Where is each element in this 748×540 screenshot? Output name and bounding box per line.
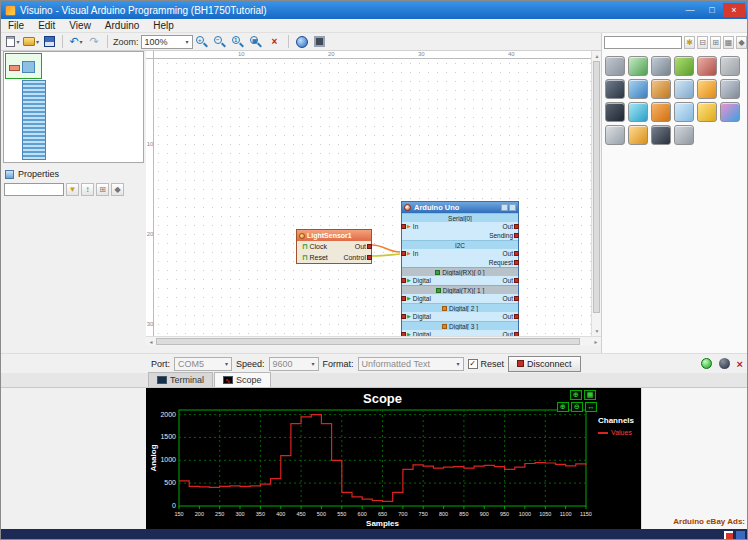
vertical-scroll-thumb[interactable] bbox=[593, 61, 600, 313]
toolbox-binary-block-icon[interactable] bbox=[628, 125, 648, 145]
stop-connection-icon[interactable] bbox=[719, 358, 730, 369]
output-pin-connector[interactable] bbox=[514, 314, 519, 319]
output-pin-connector[interactable] bbox=[514, 260, 519, 265]
disconnect-button[interactable]: Disconnect bbox=[508, 356, 581, 372]
menu-view[interactable]: View bbox=[62, 20, 98, 31]
toolbox-cyan-sensor-block-icon[interactable] bbox=[628, 102, 648, 122]
scope-zoom-in-icon[interactable]: ⊕ bbox=[570, 390, 582, 400]
close-connection-icon[interactable]: × bbox=[737, 358, 743, 370]
close-button[interactable]: × bbox=[723, 3, 745, 17]
output-pin-connector[interactable] bbox=[367, 244, 372, 249]
dropdown-arrow-icon[interactable]: ▾ bbox=[36, 38, 39, 45]
view-mode-icon[interactable]: ▦ bbox=[723, 36, 734, 49]
pin-panel-icon[interactable]: ◆ bbox=[111, 183, 124, 196]
menu-arduino[interactable]: Arduino bbox=[98, 20, 146, 31]
toolbox-dark-module-block-icon[interactable] bbox=[605, 102, 625, 122]
output-pin-connector[interactable] bbox=[367, 255, 372, 260]
menu-file[interactable]: File bbox=[1, 20, 31, 31]
component-header-icon[interactable] bbox=[509, 204, 516, 211]
toolbox-sliders-block-icon[interactable] bbox=[605, 125, 625, 145]
component-header[interactable]: LightSensor1 bbox=[297, 230, 371, 241]
input-pin-connector[interactable] bbox=[401, 332, 406, 336]
filter-icon[interactable]: ▼ bbox=[66, 183, 79, 196]
output-pin-connector[interactable] bbox=[514, 296, 519, 301]
toolbox-orange-sensor-block-icon[interactable] bbox=[651, 102, 671, 122]
menu-edit[interactable]: Edit bbox=[31, 20, 62, 31]
toolbox-misc-block-icon[interactable] bbox=[674, 125, 694, 145]
dropdown-arrow-icon[interactable]: ▾ bbox=[16, 38, 19, 45]
pin-toolbox-icon[interactable]: ◆ bbox=[736, 36, 747, 49]
dropdown-arrow-icon[interactable]: ▾ bbox=[80, 38, 83, 45]
toolbox-red-math-block-icon[interactable] bbox=[697, 56, 717, 76]
toolbox-gray-logic-block-icon[interactable] bbox=[720, 56, 740, 76]
scope-zoom-fit-icon[interactable]: ↔ bbox=[585, 402, 597, 412]
taskbar-tray-icon[interactable] bbox=[736, 531, 745, 539]
zoom-fit-button[interactable]: ▣ bbox=[249, 35, 265, 49]
new-project-button[interactable]: ▾ bbox=[5, 34, 21, 50]
port-select[interactable]: COM5▾ bbox=[174, 357, 232, 371]
toolbox-orange-chip-block-icon[interactable] bbox=[651, 79, 671, 99]
component-header-icon[interactable] bbox=[501, 204, 508, 211]
wire-control-to-i2c-in[interactable] bbox=[372, 254, 400, 256]
save-button[interactable] bbox=[41, 34, 57, 50]
zoom-reset-button[interactable]: 1 bbox=[231, 35, 247, 49]
reset-checkbox[interactable]: ✓Reset bbox=[468, 359, 505, 369]
expand-categories-icon[interactable]: ⊞ bbox=[96, 183, 109, 196]
collapse-all-icon[interactable]: ⊟ bbox=[697, 36, 708, 49]
title-bar[interactable]: Visuino - Visual Arduino Programming (BH… bbox=[1, 1, 748, 19]
horizontal-scrollbar[interactable]: ◄ ► bbox=[146, 336, 601, 346]
diagram-navigator[interactable] bbox=[3, 51, 144, 163]
horizontal-scroll-thumb[interactable] bbox=[156, 338, 580, 345]
open-project-button[interactable]: ▾ bbox=[23, 34, 39, 50]
expand-all-icon[interactable]: ⊞ bbox=[710, 36, 721, 49]
scope-zoom-out-icon[interactable]: ⊖ bbox=[571, 402, 583, 412]
component-search-input[interactable] bbox=[604, 36, 682, 49]
maximize-button[interactable]: □ bbox=[701, 3, 723, 17]
delete-button[interactable]: × bbox=[267, 34, 283, 50]
format-select[interactable]: Unformatted Text▾ bbox=[358, 357, 464, 371]
speed-select[interactable]: 9600▾ bbox=[269, 357, 319, 371]
toolbox-sine-generator-icon[interactable] bbox=[628, 56, 648, 76]
zoom-select[interactable]: 100%▾ bbox=[141, 35, 193, 49]
vertical-scrollbar[interactable]: ▲ ▼ bbox=[591, 51, 601, 336]
upload-to-board-button[interactable] bbox=[312, 34, 328, 50]
output-pin-connector[interactable] bbox=[514, 224, 519, 229]
reset-pin-icon[interactable]: ⊓ bbox=[302, 254, 307, 261]
input-pin-connector[interactable] bbox=[401, 314, 406, 319]
input-pin-connector[interactable] bbox=[401, 296, 406, 301]
scroll-left-icon[interactable]: ◄ bbox=[146, 337, 156, 347]
design-canvas[interactable]: LightSensor1 ⊓Clock Out ⊓Reset Control A… bbox=[154, 59, 591, 336]
search-icon[interactable]: ✱ bbox=[684, 36, 695, 49]
zoom-in-button[interactable]: + bbox=[195, 35, 211, 49]
input-pin-connector[interactable] bbox=[401, 278, 406, 283]
input-pin-connector[interactable] bbox=[401, 224, 406, 229]
arduino-component[interactable]: Arduino Uno Serial[0]▶InOutSendingI2C▶In… bbox=[401, 201, 519, 336]
toolbox-blue-comm-block-icon[interactable] bbox=[628, 79, 648, 99]
output-pin-connector[interactable] bbox=[514, 278, 519, 283]
toolbox-lightblue-lcd-block-icon[interactable] bbox=[674, 102, 694, 122]
scope-grid-icon[interactable]: ▦ bbox=[584, 390, 596, 400]
taskbar[interactable] bbox=[1, 529, 748, 540]
toolbox-yellow-led-block-icon[interactable] bbox=[697, 79, 717, 99]
light-sensor-component[interactable]: LightSensor1 ⊓Clock Out ⊓Reset Control bbox=[296, 229, 372, 264]
toolbox-filter-block-icon[interactable] bbox=[651, 56, 671, 76]
clock-pin-icon[interactable]: ⊓ bbox=[302, 243, 307, 250]
toolbox-green-grid-block-icon[interactable] bbox=[674, 56, 694, 76]
zoom-out-button[interactable]: − bbox=[213, 35, 229, 49]
component-header[interactable]: Arduino Uno bbox=[402, 202, 518, 213]
sort-icon[interactable]: ↕ bbox=[81, 183, 94, 196]
redo-button[interactable]: ↷ bbox=[86, 34, 102, 50]
tab-scope[interactable]: ∿Scope bbox=[214, 372, 271, 387]
toolbox-power-block-icon[interactable] bbox=[651, 125, 671, 145]
output-pin-connector[interactable] bbox=[514, 332, 519, 336]
output-pin-connector[interactable] bbox=[514, 251, 519, 256]
taskbar-notification-icon[interactable] bbox=[724, 531, 733, 539]
scope-zoom-in-icon[interactable]: ⊕ bbox=[557, 402, 569, 412]
properties-filter-input[interactable] bbox=[4, 183, 64, 196]
toolbox-rainbow-color-block-icon[interactable] bbox=[720, 102, 740, 122]
toolbox-pointer-tool-icon[interactable] bbox=[605, 56, 625, 76]
wire-out-to-i2c-in[interactable] bbox=[372, 245, 400, 252]
toolbox-lightblue-net-block-icon[interactable] bbox=[674, 79, 694, 99]
menu-help[interactable]: Help bbox=[146, 20, 181, 31]
minimize-button[interactable]: — bbox=[679, 3, 701, 17]
